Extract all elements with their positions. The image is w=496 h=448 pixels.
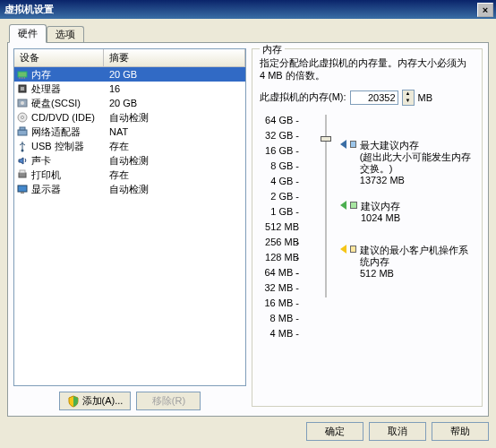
svg-rect-1 bbox=[19, 77, 20, 79]
min-val: 512 MB bbox=[360, 268, 475, 280]
mem-unit: MB bbox=[418, 92, 433, 103]
svg-rect-14 bbox=[19, 173, 26, 177]
min-label: 建议的最小客户机操作系统内存 bbox=[360, 245, 475, 268]
col-header-device[interactable]: 设备 bbox=[14, 49, 104, 66]
square-yellow-icon bbox=[350, 246, 356, 253]
square-green-icon bbox=[350, 202, 357, 209]
tabs: 硬件 选项 bbox=[7, 24, 489, 43]
square-blue-icon bbox=[350, 141, 356, 148]
memory-slider[interactable] bbox=[317, 113, 335, 310]
col-header-summary[interactable]: 摘要 bbox=[104, 49, 245, 66]
ok-button[interactable]: 确定 bbox=[306, 422, 363, 441]
mem-desc: 指定分配给此虚拟机的内存量。内存大小必须为 4 MB 的倍数。 bbox=[260, 56, 475, 82]
shield-icon bbox=[67, 395, 80, 408]
tab-options[interactable]: 选项 bbox=[47, 26, 84, 43]
max-rec-label: 最大建议内存 bbox=[360, 140, 475, 151]
close-icon: × bbox=[483, 4, 488, 15]
device-row[interactable]: 硬盘(SCSI)20 GB bbox=[14, 96, 245, 110]
svg-point-10 bbox=[21, 116, 24, 119]
window-title: 虚拟机设置 bbox=[3, 3, 477, 16]
device-row[interactable]: 网络适配器NAT bbox=[14, 125, 245, 139]
triangle-yellow-icon bbox=[340, 245, 346, 254]
triangle-green-icon bbox=[340, 201, 346, 210]
close-button[interactable]: × bbox=[477, 3, 493, 17]
device-row[interactable]: 显示器自动检测 bbox=[14, 182, 245, 196]
svg-point-13 bbox=[21, 150, 24, 152]
cancel-button[interactable]: 取消 bbox=[369, 422, 426, 441]
svg-rect-0 bbox=[18, 72, 27, 77]
max-rec-val: 13732 MB bbox=[360, 175, 475, 186]
svg-rect-3 bbox=[22, 77, 23, 79]
device-list-header: 设备 摘要 bbox=[14, 49, 245, 67]
device-row[interactable]: 声卡自动检测 bbox=[14, 153, 245, 168]
remove-button: 移除(R) bbox=[136, 392, 201, 410]
mem-spinner[interactable]: ▲ ▼ bbox=[402, 90, 415, 106]
svg-rect-17 bbox=[21, 192, 24, 194]
device-row[interactable]: CD/DVD (IDE)自动检测 bbox=[14, 110, 245, 125]
svg-rect-2 bbox=[21, 77, 21, 79]
svg-point-8 bbox=[21, 101, 24, 105]
device-list: 设备 摘要 内存20 GB处理器16硬盘(SCSI)20 GBCD/DVD (I… bbox=[13, 48, 246, 386]
mem-input[interactable] bbox=[350, 90, 398, 105]
memory-group: 内存 指定分配给此虚拟机的内存量。内存大小必须为 4 MB 的倍数。 此虚拟机的… bbox=[252, 48, 483, 407]
add-button[interactable]: 添加(A)... bbox=[59, 392, 132, 410]
rec-label: 建议内存 bbox=[361, 201, 400, 212]
tab-hardware[interactable]: 硬件 bbox=[9, 24, 47, 43]
slider-markers: 最大建议内存 (超出此大小可能发生内存交换。) 13732 MB 建议内存 10… bbox=[340, 113, 475, 341]
max-rec-note: (超出此大小可能发生内存交换。) bbox=[360, 151, 475, 175]
spin-up-icon[interactable]: ▲ bbox=[403, 90, 414, 98]
group-title: 内存 bbox=[260, 43, 285, 56]
triangle-blue-icon bbox=[340, 140, 346, 149]
slider-thumb[interactable] bbox=[321, 136, 331, 142]
titlebar: 虚拟机设置 × bbox=[0, 0, 496, 19]
mem-label: 此虚拟机的内存(M): bbox=[260, 90, 346, 104]
help-button[interactable]: 帮助 bbox=[432, 422, 489, 441]
svg-rect-11 bbox=[18, 130, 27, 135]
device-row[interactable]: 处理器16 bbox=[14, 82, 245, 96]
device-row[interactable]: 内存20 GB bbox=[14, 67, 245, 82]
svg-rect-15 bbox=[20, 170, 25, 173]
device-row[interactable]: USB 控制器存在 bbox=[14, 139, 245, 153]
svg-rect-12 bbox=[20, 127, 25, 130]
device-row[interactable]: 打印机存在 bbox=[14, 168, 245, 182]
slider-tick-labels: 64 GB -32 GB -16 GB -8 GB -4 GB -2 GB -1… bbox=[260, 113, 299, 341]
dialog-buttons: 确定 取消 帮助 bbox=[7, 422, 489, 441]
svg-rect-6 bbox=[21, 87, 24, 90]
svg-rect-16 bbox=[18, 185, 27, 192]
rec-val: 1024 MB bbox=[361, 212, 400, 224]
svg-rect-4 bbox=[24, 77, 25, 79]
spin-down-icon[interactable]: ▼ bbox=[403, 98, 414, 105]
